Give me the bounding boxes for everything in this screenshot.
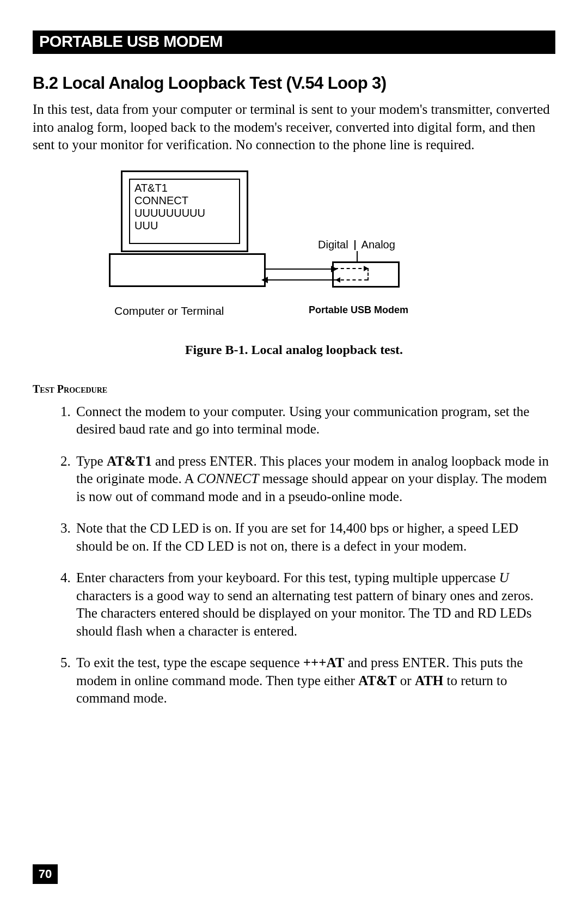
step-5-cmd3: ATH [415, 673, 443, 688]
digital-analog-divider [357, 251, 358, 262]
monitor-screen: AT&T1 CONNECT UUUUUUUUU UUU [129, 179, 240, 244]
header-bar: PORTABLE USB MODEM [33, 30, 555, 54]
figure-b1: AT&T1 CONNECT UUUUUUUUU UUU Digital Anal… [33, 165, 555, 367]
step-4: Enter characters from your keyboard. For… [74, 569, 555, 640]
step-5-cmd1: +++AT [303, 655, 345, 670]
digital-analog-label: Digital Analog [318, 239, 395, 251]
analog-label: Analog [362, 239, 395, 251]
page: PORTABLE USB MODEM B.2 Local Analog Loop… [0, 0, 588, 909]
intro-paragraph: In this test, data from your computer or… [33, 101, 555, 154]
signal-line-out [266, 269, 335, 270]
modem-label: Portable USB Modem [309, 304, 408, 316]
loopback-dashed-top [335, 268, 367, 269]
procedure-list: Connect the modem to your computer. Usin… [33, 403, 555, 707]
monitor-outline: AT&T1 CONNECT UUUUUUUUU UUU [121, 170, 248, 252]
step-4-text-a: Enter characters from your keyboard. For… [76, 570, 499, 585]
arrow-right-icon [331, 266, 338, 272]
signal-line-in [266, 279, 335, 280]
step-5-text-a: To exit the test, type the escape sequen… [76, 655, 303, 670]
step-3: Note that the CD LED is on. If you are s… [74, 520, 555, 555]
computer-outline [109, 253, 266, 287]
loopback-arrow-right-icon [364, 266, 369, 271]
step-2-text-a: Type [76, 454, 107, 468]
step-5-text-c: or [397, 673, 415, 688]
step-2: Type AT&T1 and press ENTER. This places … [74, 453, 555, 506]
page-number-value: 70 [39, 867, 52, 881]
step-2-connect: CONNECT [197, 471, 259, 486]
loopback-arrow-left-icon [335, 277, 340, 283]
step-5-cmd2: AT&T [358, 673, 396, 688]
section-heading: B.2 Local Analog Loopback Test (V.54 Loo… [33, 74, 555, 93]
procedure-heading: Test Procedure [33, 383, 555, 395]
step-4-u: U [499, 570, 509, 585]
label-separator [354, 240, 356, 250]
arrow-left-icon [261, 277, 268, 283]
header-title: PORTABLE USB MODEM [39, 33, 223, 50]
page-number: 70 [33, 864, 58, 884]
step-1: Connect the modem to your computer. Usin… [74, 403, 555, 438]
step-5: To exit the test, type the escape sequen… [74, 654, 555, 707]
step-2-cmd: AT&T1 [107, 454, 152, 468]
step-4-text-b: characters is a good way to send an alte… [76, 588, 534, 638]
computer-label: Computer or Terminal [114, 304, 224, 318]
digital-label: Digital [318, 239, 348, 251]
figure-caption: Figure B-1. Local analog loopback test. [33, 343, 555, 357]
